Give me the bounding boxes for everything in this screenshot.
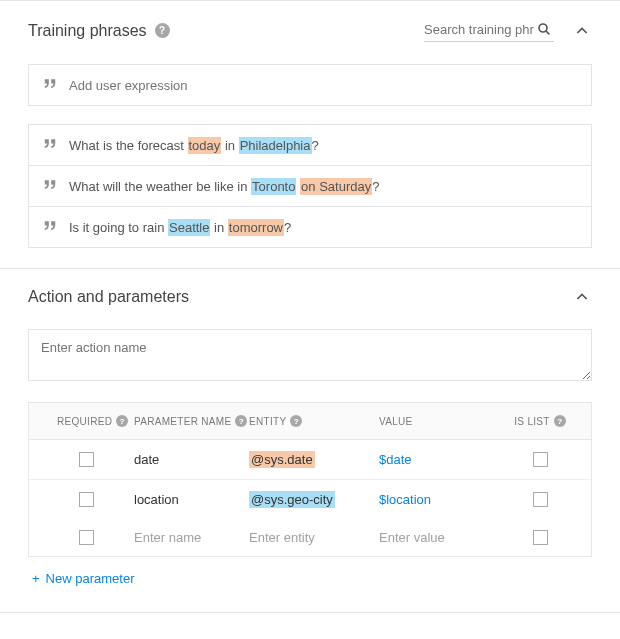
collapse-training-button[interactable] xyxy=(572,21,592,41)
parameters-table-header: REQUIRED? PARAMETER NAME? ENTITY? VALUE … xyxy=(29,403,591,440)
action-parameters-title: Action and parameters xyxy=(28,288,189,306)
help-icon[interactable]: ? xyxy=(116,415,128,427)
collapse-action-button[interactable] xyxy=(572,287,592,307)
param-entity-placeholder[interactable]: Enter entity xyxy=(249,530,379,545)
quote-icon xyxy=(43,137,57,153)
required-checkbox[interactable] xyxy=(79,452,94,467)
training-phrase-row[interactable]: What will the weather be like in Toronto… xyxy=(28,166,592,207)
search-icon[interactable] xyxy=(534,19,554,39)
param-entity-cell[interactable]: @sys.geo-city xyxy=(249,491,379,508)
new-parameter-label: New parameter xyxy=(46,571,135,586)
islist-checkbox[interactable] xyxy=(533,452,548,467)
header-islist: IS LIST xyxy=(514,416,549,427)
entity-highlight[interactable]: today xyxy=(188,137,222,154)
param-name-cell[interactable]: date xyxy=(134,452,249,467)
help-icon[interactable]: ? xyxy=(235,415,247,427)
help-icon[interactable]: ? xyxy=(155,23,170,38)
phrase-text: What will the weather be like in Toronto… xyxy=(69,179,379,194)
new-parameter-button[interactable]: + New parameter xyxy=(28,557,592,592)
parameter-row: location@sys.geo-city$location xyxy=(29,480,591,519)
help-icon[interactable]: ? xyxy=(290,415,302,427)
add-expression-input[interactable] xyxy=(69,78,577,93)
param-name-cell[interactable]: location xyxy=(134,492,249,507)
action-parameters-section: Action and parameters REQUIRED? PARAMETE… xyxy=(0,269,620,612)
entity-highlight[interactable]: Seattle xyxy=(168,219,210,236)
header-required: REQUIRED xyxy=(57,416,112,427)
required-checkbox[interactable] xyxy=(79,530,94,545)
param-name-placeholder[interactable]: Enter name xyxy=(134,530,249,545)
add-expression-row xyxy=(28,64,592,106)
section-title-text: Action and parameters xyxy=(28,288,189,306)
plus-icon: + xyxy=(32,571,40,586)
param-value-cell[interactable]: $location xyxy=(379,492,499,507)
search-training-input-wrap xyxy=(424,19,554,42)
entity-highlight[interactable]: Philadelphia xyxy=(239,137,312,154)
training-phrase-row[interactable]: What is the forecast today in Philadelph… xyxy=(28,124,592,166)
training-phrase-row[interactable]: Is it going to rain Seattle in tomorrow? xyxy=(28,207,592,248)
header-param-name: PARAMETER NAME xyxy=(134,416,231,427)
svg-point-0 xyxy=(539,24,547,32)
section-title-text: Training phrases xyxy=(28,22,147,40)
param-value-placeholder[interactable]: Enter value xyxy=(379,530,499,545)
islist-checkbox[interactable] xyxy=(533,530,548,545)
entity-highlight[interactable]: Toronto xyxy=(251,178,296,195)
header-entity: ENTITY xyxy=(249,416,286,427)
quote-icon xyxy=(43,77,57,93)
search-training-input[interactable] xyxy=(424,22,534,37)
phrase-text: What is the forecast today in Philadelph… xyxy=(69,138,319,153)
help-icon[interactable]: ? xyxy=(554,415,566,427)
training-phrases-title: Training phrases ? xyxy=(28,22,170,40)
quote-icon xyxy=(43,219,57,235)
entity-highlight[interactable]: tomorrow xyxy=(228,219,284,236)
parameters-table: REQUIRED? PARAMETER NAME? ENTITY? VALUE … xyxy=(28,402,592,557)
quote-icon xyxy=(43,178,57,194)
entity-highlight[interactable]: on Saturday xyxy=(300,178,372,195)
svg-line-1 xyxy=(546,31,549,34)
phrase-text: Is it going to rain Seattle in tomorrow? xyxy=(69,220,291,235)
action-name-input[interactable] xyxy=(28,329,592,381)
parameter-row-empty: Enter name Enter entity Enter value xyxy=(29,519,591,556)
param-entity-cell[interactable]: @sys.date xyxy=(249,451,379,468)
required-checkbox[interactable] xyxy=(79,492,94,507)
training-phrase-list: What is the forecast today in Philadelph… xyxy=(28,124,592,248)
param-value-cell[interactable]: $date xyxy=(379,452,499,467)
header-value: VALUE xyxy=(379,416,413,427)
islist-checkbox[interactable] xyxy=(533,492,548,507)
parameter-row: date@sys.date$date xyxy=(29,440,591,480)
training-phrases-section: Training phrases ? What is the forecast … xyxy=(0,1,620,268)
